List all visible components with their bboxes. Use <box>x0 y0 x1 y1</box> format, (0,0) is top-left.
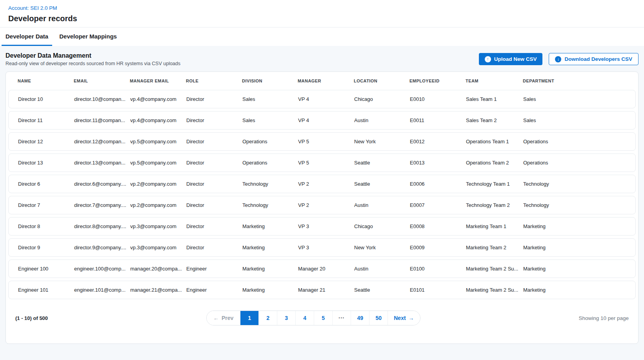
table-cell: E0012 <box>410 139 466 144</box>
page-button-2[interactable]: 2 <box>258 311 277 325</box>
table-cell: VP 4 <box>298 96 354 102</box>
table-cell: E0008 <box>410 223 466 229</box>
table-row: Engineer 100engineer.100@comp...manager.… <box>8 259 636 278</box>
page-button-3[interactable]: 3 <box>277 311 295 325</box>
table-cell: director.11@compan... <box>74 117 130 123</box>
column-header-name: NAME <box>18 79 74 83</box>
account-link[interactable]: Account: SEI 2.0 PM <box>8 5 57 11</box>
table-cell: Director <box>186 245 242 250</box>
table-row: Director 7director.7@company....vp.2@com… <box>8 196 636 214</box>
page-button-50[interactable]: 50 <box>369 311 387 325</box>
panel-head-text: Developer Data Management Read-only view… <box>5 52 180 66</box>
column-header-email: EMAIL <box>74 79 130 83</box>
table-cell: Austin <box>354 117 410 123</box>
page-ellipsis: ••• <box>332 311 351 325</box>
table-cell: E0013 <box>410 160 466 166</box>
page-buttons: 12345•••4950 <box>240 311 387 325</box>
table-cell: VP 5 <box>298 139 354 144</box>
table-cell: Chicago <box>354 96 410 102</box>
table-cell: E0010 <box>410 96 466 102</box>
table-cell: Seattle <box>354 287 410 293</box>
table-row: Director 13director.13@compan...vp.5@com… <box>8 154 636 172</box>
table-cell: Director 7 <box>18 202 74 208</box>
table-cell: E0101 <box>410 287 466 293</box>
table-cell: Director <box>186 202 242 208</box>
table-cell: Technology Team 2 <box>466 202 523 208</box>
table-cell: director.9@company.... <box>74 245 130 250</box>
table-cell: Marketing Team 1 <box>466 223 523 229</box>
page-button-1[interactable]: 1 <box>240 311 258 325</box>
table-cell: New York <box>354 139 410 144</box>
table-cell: vp.3@company.com <box>130 245 186 250</box>
table-cell: Sales Team 2 <box>466 117 523 123</box>
column-header-manager: MANAGER <box>298 79 354 83</box>
table-row: Director 11director.11@compan...vp.4@com… <box>8 111 636 130</box>
table-cell: Seattle <box>354 181 410 187</box>
table-cell: vp.5@company.com <box>130 139 186 144</box>
table-cell: vp.2@company.com <box>130 181 186 187</box>
table-cell: Director 13 <box>18 160 74 166</box>
table-cell: vp.2@company.com <box>130 202 186 208</box>
table-cell: New York <box>354 245 410 250</box>
pagination-range-text: (1 - 10) of 500 <box>15 315 48 321</box>
table-cell: Engineer 100 <box>18 266 74 272</box>
table-cell: Engineer <box>186 287 242 293</box>
page-button-5[interactable]: 5 <box>314 311 332 325</box>
download-csv-label: Download Developers CSV <box>564 56 632 62</box>
table-cell: engineer.101@comp... <box>74 287 130 293</box>
column-header-employeeid: EMPLOYEEID <box>409 79 466 83</box>
table-cell: Marketing <box>242 266 298 272</box>
table-cell: Sales <box>523 96 631 102</box>
table-cell: Director <box>186 223 242 229</box>
prev-page-button[interactable]: ← Prev <box>207 311 240 325</box>
table-cell: Director 12 <box>18 139 74 144</box>
table-cell: Manager 20 <box>298 266 354 272</box>
column-header-division: DIVISION <box>242 79 298 83</box>
table-cell: Technology <box>523 202 631 208</box>
csv-actions: ↑ Upload New CSV ↓ Download Developers C… <box>479 52 639 65</box>
table-cell: Director <box>186 96 242 102</box>
download-csv-button[interactable]: ↓ Download Developers CSV <box>549 53 639 65</box>
table-cell: Operations <box>242 160 298 166</box>
tab-developer-data[interactable]: Developer Data <box>2 27 52 46</box>
table-cell: Operations <box>523 139 631 144</box>
table-row: Director 9director.9@company....vp.3@com… <box>8 238 636 257</box>
table-cell: Marketing <box>523 266 631 272</box>
upload-icon: ↑ <box>485 56 491 62</box>
table-cell: VP 3 <box>298 245 354 250</box>
per-page-text: Showing 10 per page <box>579 315 629 321</box>
table-cell: Director 8 <box>18 223 74 229</box>
developer-table-card: NAMEEMAILMANAGER EMAILROLEDIVISIONMANAGE… <box>5 71 639 344</box>
developer-data-section: Developer Data Management Read-only view… <box>0 46 644 360</box>
panel-head: Developer Data Management Read-only view… <box>5 46 639 71</box>
upload-csv-button[interactable]: ↑ Upload New CSV <box>479 53 543 65</box>
arrow-right-icon: → <box>409 315 414 321</box>
table-cell: VP 5 <box>298 160 354 166</box>
table-cell: Operations Team 2 <box>466 160 523 166</box>
pagination: ← Prev 12345•••4950 Next → <box>206 311 420 325</box>
table-cell: Austin <box>354 202 410 208</box>
table-cell: director.7@company.... <box>74 202 130 208</box>
table-cell: Marketing Team 2 Su... <box>466 266 523 272</box>
next-page-button[interactable]: Next → <box>387 311 420 325</box>
table-cell: Director <box>186 160 242 166</box>
table-cell: Director 6 <box>18 181 74 187</box>
table-cell: Director 9 <box>18 245 74 250</box>
table-cell: Technology Team 1 <box>466 181 523 187</box>
arrow-left-icon: ← <box>213 315 219 321</box>
table-cell: vp.4@company.com <box>130 117 186 123</box>
table-cell: engineer.100@comp... <box>74 266 130 272</box>
table-cell: Marketing <box>523 287 631 293</box>
table-cell: Marketing <box>523 223 631 229</box>
table-cell: VP 4 <box>298 117 354 123</box>
tab-developer-mappings[interactable]: Developer Mappings <box>55 27 121 46</box>
column-header-location: LOCATION <box>354 79 409 83</box>
table-cell: Engineer <box>186 266 242 272</box>
page-button-49[interactable]: 49 <box>351 311 369 325</box>
download-icon: ↓ <box>555 56 561 62</box>
table-cell: director.13@compan... <box>74 160 130 166</box>
table-row: Director 10director.10@compan...vp.4@com… <box>8 90 636 108</box>
page-button-4[interactable]: 4 <box>295 311 314 325</box>
table-row: Director 6director.6@company....vp.2@com… <box>8 175 636 193</box>
table-footer: (1 - 10) of 500 ← Prev 12345•••4950 Next… <box>6 302 638 325</box>
